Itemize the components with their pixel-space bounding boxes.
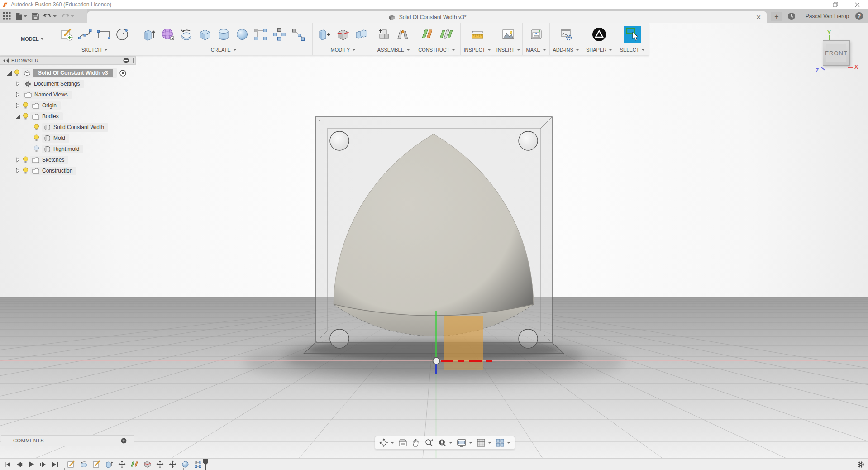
- sketch-highlight-region[interactable]: [444, 316, 483, 361]
- shaper-utilities-button[interactable]: [591, 27, 607, 42]
- activate-component-radio[interactable]: [119, 70, 126, 77]
- new-document-tab-button[interactable]: +: [771, 12, 782, 21]
- browser-panel-header[interactable]: BROWSER: [0, 56, 136, 65]
- collapsed-icon[interactable]: [14, 81, 21, 86]
- close-window-button[interactable]: [846, 0, 868, 9]
- mold-body[interactable]: [315, 117, 552, 348]
- toolbar-grip-handle[interactable]: [14, 34, 17, 44]
- measure-button[interactable]: [470, 27, 485, 42]
- sketch-highlight-region-lower[interactable]: [444, 361, 483, 370]
- grid-options-caret-icon[interactable]: [488, 442, 491, 444]
- mold-pin-hole[interactable]: [330, 329, 349, 348]
- collapse-panel-icon[interactable]: [3, 58, 9, 63]
- tree-row-root-component[interactable]: Solid Of Constant Width v3: [0, 67, 136, 78]
- lightbulb-on-icon[interactable]: [23, 102, 29, 110]
- go-to-end-button[interactable]: [51, 460, 59, 469]
- viewcube[interactable]: Y FRONT Z X: [814, 29, 859, 77]
- tree-row-body-right-mold[interactable]: Right mold: [0, 144, 136, 154]
- scripts-addins-button[interactable]: [558, 27, 574, 42]
- play-button[interactable]: [27, 460, 35, 469]
- orbit-options-caret-icon[interactable]: [391, 442, 394, 444]
- timeline-feature-pattern[interactable]: [194, 460, 202, 469]
- expanded-icon[interactable]: [5, 71, 13, 76]
- combine-button[interactable]: [354, 27, 369, 42]
- collapsed-icon[interactable]: [14, 168, 21, 173]
- ribbon-dropdown-shaper[interactable]: SHAPER: [586, 46, 612, 55]
- workspace-selector[interactable]: MODEL: [21, 36, 44, 42]
- ribbon-dropdown-addins[interactable]: ADD-INS: [553, 46, 579, 55]
- orbit-button[interactable]: [379, 438, 394, 447]
- go-to-start-button[interactable]: [4, 460, 12, 469]
- create-sketch-button[interactable]: [59, 27, 74, 42]
- fit-options-caret-icon[interactable]: [449, 442, 453, 444]
- tree-row-body-mold[interactable]: Mold: [0, 133, 136, 144]
- minimize-button[interactable]: [803, 0, 825, 9]
- midplane-button[interactable]: [439, 27, 454, 42]
- cylinder-primitive-button[interactable]: [216, 27, 231, 42]
- circular-pattern-button[interactable]: [272, 27, 287, 42]
- ribbon-dropdown-inspect[interactable]: INSPECT: [463, 46, 491, 55]
- ribbon-dropdown-construct[interactable]: CONSTRUCT: [418, 46, 455, 55]
- redo-button[interactable]: [60, 11, 76, 22]
- lightbulb-on-icon[interactable]: [23, 156, 29, 164]
- grid-settings-button[interactable]: [477, 438, 491, 447]
- step-forward-button[interactable]: [39, 460, 47, 469]
- ribbon-dropdown-modify[interactable]: MODIFY: [331, 46, 356, 55]
- file-menu-button[interactable]: [14, 11, 29, 22]
- mold-pin-hole[interactable]: [519, 131, 538, 150]
- ribbon-dropdown-insert[interactable]: INSERT: [496, 46, 520, 55]
- job-status-clock-icon[interactable]: [787, 12, 796, 22]
- mold-pin-hole[interactable]: [519, 329, 538, 348]
- lightbulb-on-icon[interactable]: [23, 167, 29, 175]
- lightbulb-on-icon[interactable]: [33, 124, 39, 131]
- display-options-caret-icon[interactable]: [469, 442, 472, 444]
- rectangle-tool-button[interactable]: [96, 27, 111, 42]
- add-comment-icon[interactable]: [121, 438, 127, 444]
- close-document-tab-button[interactable]: ✕: [756, 13, 761, 21]
- pan-button[interactable]: [411, 438, 420, 447]
- split-body-button[interactable]: [335, 27, 351, 42]
- restore-button[interactable]: [825, 0, 846, 9]
- expanded-icon[interactable]: [14, 114, 21, 119]
- look-at-button[interactable]: [398, 438, 407, 447]
- insert-image-button[interactable]: [501, 27, 516, 42]
- spline-tool-button[interactable]: [77, 27, 93, 42]
- press-pull-button[interactable]: [317, 27, 332, 42]
- sphere-primitive-button[interactable]: [234, 27, 250, 42]
- zoom-button[interactable]: [424, 438, 434, 447]
- tree-row-named-views[interactable]: Named Views: [0, 89, 136, 100]
- lightbulb-off-icon[interactable]: [33, 145, 39, 153]
- display-settings-button[interactable]: [457, 438, 472, 447]
- extrude-button[interactable]: [142, 27, 157, 42]
- tree-row-body-solid-constant-width[interactable]: Solid Constant Width: [0, 122, 136, 133]
- circle-tool-button[interactable]: [114, 27, 130, 42]
- user-account-button[interactable]: Pascal Van Lierop: [800, 13, 854, 19]
- tree-row-bodies[interactable]: Bodies: [0, 111, 136, 122]
- ribbon-dropdown-sketch[interactable]: SKETCH: [81, 46, 108, 55]
- viewcube-front-face[interactable]: FRONT: [823, 40, 850, 66]
- ribbon-dropdown-assemble[interactable]: ASSEMBLE: [377, 46, 410, 55]
- new-component-button[interactable]: [377, 27, 392, 42]
- panel-drag-grip[interactable]: [131, 58, 134, 63]
- step-back-button[interactable]: [15, 460, 24, 469]
- help-button[interactable]: ?: [855, 12, 863, 20]
- revolve-button[interactable]: [179, 27, 194, 42]
- timeline-position-marker[interactable]: [203, 459, 209, 470]
- origin-point[interactable]: [433, 358, 440, 364]
- tree-row-sketches[interactable]: Sketches: [0, 154, 136, 165]
- tree-row-document-settings[interactable]: Document Settings: [0, 78, 136, 89]
- save-button[interactable]: [30, 11, 40, 22]
- comments-panel-header[interactable]: COMMENTS: [1, 435, 134, 446]
- 3d-print-button[interactable]: [529, 27, 544, 42]
- rectangular-pattern-button[interactable]: [253, 27, 268, 42]
- ribbon-dropdown-select[interactable]: SELECT: [620, 46, 645, 55]
- undo-button[interactable]: [42, 11, 58, 22]
- construction-plane-button[interactable]: [420, 27, 435, 42]
- pattern-on-path-button[interactable]: [290, 27, 305, 42]
- timeline-settings-gear-icon[interactable]: [857, 461, 864, 470]
- tree-row-origin[interactable]: Origin: [0, 100, 136, 111]
- fit-view-button[interactable]: [438, 438, 453, 447]
- mold-pin-hole[interactable]: [330, 131, 349, 150]
- viewports-button[interactable]: [496, 438, 510, 447]
- viewports-options-caret-icon[interactable]: [507, 442, 510, 444]
